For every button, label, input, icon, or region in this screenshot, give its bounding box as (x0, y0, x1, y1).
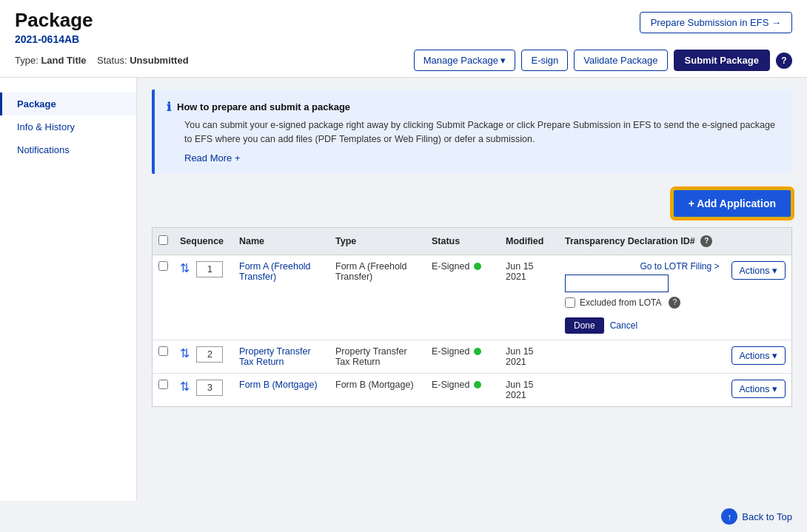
header-actions: Manage Package ▾ E-sign Validate Package… (414, 50, 792, 71)
row1-excluded-checkbox[interactable] (565, 297, 575, 308)
read-more-link[interactable]: Read More + (184, 152, 241, 164)
col-header-name: Name (233, 227, 329, 255)
row2-transparency (559, 340, 726, 373)
header: Package 2021-0614AB Prepare Submission i… (0, 0, 807, 78)
table-header-row: Sequence Name Type Status Modified Trans… (153, 227, 792, 255)
row2-check (153, 340, 175, 373)
type-value: Land Title (41, 55, 86, 66)
row2-actions-button[interactable]: Actions ▾ (731, 346, 786, 365)
row2-status-signed: E-Signed (432, 346, 494, 357)
col-header-actions (726, 227, 792, 255)
row3-modified: Jun 15 2021 (500, 373, 559, 406)
info-box-title: ℹ How to prepare and submit a package (167, 100, 780, 114)
lota-help-icon[interactable]: ? (669, 297, 680, 309)
back-to-top-label: Back to Top (742, 511, 792, 522)
row2-name-link[interactable]: Property Transfer Tax Return (239, 346, 311, 367)
applications-table: Sequence Name Type Status Modified Trans… (152, 227, 792, 407)
col-header-modified: Modified (500, 227, 559, 255)
table-row: ⇅ 3 Form B (Mortgage) Form B (Mortgage) … (153, 373, 792, 406)
row2-status-dot (474, 348, 481, 355)
row1-name-link[interactable]: Form A (Freehold Transfer) (239, 261, 311, 282)
sidebar-item-notifications[interactable]: Notifications (0, 138, 136, 161)
type-label: Type: (15, 55, 38, 66)
back-to-top-icon: ↑ (721, 508, 737, 525)
row2-reorder-icon[interactable]: ⇅ (180, 347, 190, 360)
info-box: ℹ How to prepare and submit a package Yo… (152, 90, 792, 174)
row3-check (153, 373, 175, 406)
page-title: Package (15, 9, 93, 32)
package-id: 2021-0614AB (15, 33, 93, 45)
transparency-help-icon[interactable]: ? (700, 235, 712, 247)
info-icon: ℹ (167, 100, 171, 114)
row1-name: Form A (Freehold Transfer) (233, 255, 329, 340)
col-header-status: Status (426, 227, 500, 255)
sidebar-item-package[interactable]: Package (0, 92, 136, 115)
add-application-row: + Add Application (152, 189, 792, 218)
row1-status-dot (474, 263, 481, 270)
manage-package-button[interactable]: Manage Package ▾ (414, 50, 516, 71)
help-button[interactable]: ? (776, 53, 792, 69)
row3-status-dot (474, 381, 481, 388)
row3-name: Form B (Mortgage) (233, 373, 329, 406)
status-value: Unsubmitted (130, 55, 188, 66)
row3-status: E-Signed (426, 373, 500, 406)
row1-modified: Jun 15 2021 (500, 255, 559, 340)
row1-status: E-Signed (426, 255, 500, 340)
row3-transparency (559, 373, 726, 406)
select-all-checkbox[interactable] (158, 235, 168, 245)
row1-transparency: Go to LOTR Filing > Excluded from LOTA ?… (559, 255, 726, 340)
row1-status-signed: E-Signed (432, 261, 494, 272)
col-header-transparency: Transparency Declaration ID# ? (559, 227, 726, 255)
row1-cancel-link[interactable]: Cancel (610, 320, 637, 331)
row2-type: Property Transfer Tax Return (329, 340, 426, 373)
back-to-top-row[interactable]: ↑ Back to Top (0, 501, 807, 532)
row2-status: E-Signed (426, 340, 500, 373)
row1-actions-button[interactable]: Actions ▾ (731, 261, 786, 280)
add-application-button[interactable]: + Add Application (672, 189, 792, 218)
row2-actions: Actions ▾ (726, 340, 792, 373)
row3-actions-button[interactable]: Actions ▾ (731, 380, 786, 398)
row3-checkbox[interactable] (158, 380, 168, 389)
row3-sequence: ⇅ 3 (174, 373, 233, 406)
row2-name: Property Transfer Tax Return (233, 340, 329, 373)
row1-type: Form A (Freehold Transfer) (329, 255, 426, 340)
page-wrapper: Package 2021-0614AB Prepare Submission i… (0, 0, 807, 532)
sidebar-item-info-history[interactable]: Info & History (0, 115, 136, 138)
esign-button[interactable]: E-sign (521, 50, 568, 71)
row3-actions: Actions ▾ (726, 373, 792, 406)
row2-sequence: ⇅ 2 (174, 340, 233, 373)
info-box-text: You can submit your e-signed package rig… (184, 118, 780, 147)
table-row: ⇅ 2 Property Transfer Tax Return Propert… (153, 340, 792, 373)
validate-package-button[interactable]: Validate Package (574, 50, 667, 71)
row3-reorder-icon[interactable]: ⇅ (180, 380, 190, 393)
row3-status-signed: E-Signed (432, 380, 494, 390)
package-type-status: Type: Land Title Status: Unsubmitted (15, 55, 189, 66)
submit-package-button[interactable]: Submit Package (674, 50, 770, 71)
row1-checkbox[interactable] (158, 261, 168, 271)
row1-actions: Actions ▾ (726, 255, 792, 340)
row1-transparency-input[interactable] (565, 275, 669, 292)
body-layout: Package Info & History Notifications ℹ H… (0, 78, 807, 501)
row1-check (153, 255, 175, 340)
row1-reorder-icon[interactable]: ⇅ (180, 262, 190, 275)
col-header-check (153, 227, 175, 255)
row2-checkbox[interactable] (158, 346, 168, 356)
table-row: ⇅ 1 Form A (Freehold Transfer) Form A (F… (153, 255, 792, 340)
row1-done-button[interactable]: Done (565, 317, 604, 334)
lotr-filing-link[interactable]: Go to LOTR Filing > (565, 261, 720, 272)
main-content: ℹ How to prepare and submit a package Yo… (137, 78, 807, 501)
row1-sequence: ⇅ 1 (174, 255, 233, 340)
prepare-submission-button[interactable]: Prepare Submission in EFS → (640, 12, 792, 33)
row1-excluded-row: Excluded from LOTA ? (565, 297, 720, 309)
col-header-type: Type (329, 227, 426, 255)
row1-done-cancel-row: Done Cancel (565, 313, 720, 334)
row2-modified: Jun 15 2021 (500, 340, 559, 373)
row3-type: Form B (Mortgage) (329, 373, 426, 406)
row3-name-link[interactable]: Form B (Mortgage) (239, 380, 318, 390)
status-label: Status: (97, 55, 127, 66)
sidebar: Package Info & History Notifications (0, 78, 137, 501)
col-header-sequence: Sequence (174, 227, 233, 255)
